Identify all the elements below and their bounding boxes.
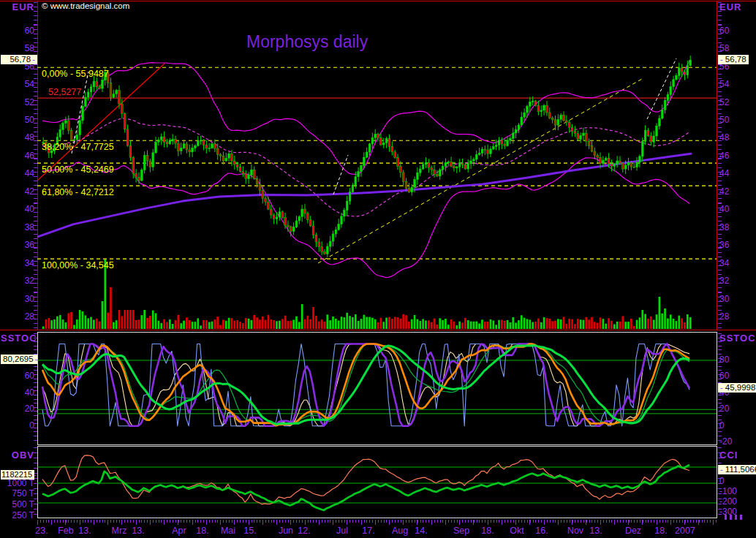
last-price-box-left: 56,78 (1, 55, 37, 64)
cci-title: CCI (719, 450, 738, 460)
price-axis-title-right: EUR (719, 2, 741, 12)
copyright-text: © www.tradesignal.com (42, 1, 129, 10)
tradesignal-chart-window: © www.tradesignal.com Morphosys daily EU… (0, 0, 756, 538)
price-axis-title-left: EUR (1, 2, 34, 12)
fib-label-50: 50,00% - 45,2469 (42, 164, 114, 175)
fib-label-618: 61,80% - 42,7212 (42, 187, 114, 197)
obv-value-box: 1182215 (1, 470, 34, 480)
sstoc-value-box-right: 45,9998 (718, 383, 756, 393)
sstoc-title-left: SSTOC (1, 333, 34, 343)
sstoc-title-right: SSTOC (719, 333, 756, 343)
fib-label-100: 100,00% - 34,545 (42, 260, 114, 270)
fib-label-382: 38,20% - 47,7725 (42, 142, 114, 152)
red-level-label: 52,5277 (48, 87, 81, 97)
fib-label-0: 0,00% - 55,9487 (42, 69, 109, 79)
cci-value-box: 111,5066 (718, 465, 756, 474)
last-price-box-right: 56,78 (718, 55, 749, 64)
sstoc-value-box-left: 80,2695 (1, 355, 37, 364)
obv-title: OBV (1, 450, 34, 460)
chart-title: Morphosys daily (246, 32, 368, 52)
